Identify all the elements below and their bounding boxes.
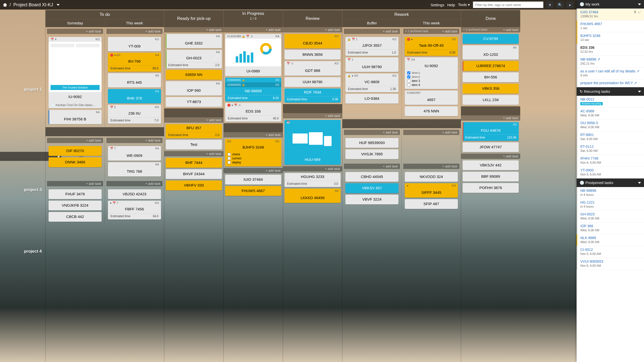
- sidebar-item[interactable]: IUIO 37464⏸ ✓12096.51 hrs: [577, 9, 644, 20]
- card[interactable]: LO-9384: [345, 94, 398, 104]
- card[interactable]: BNNN 3656: [285, 50, 341, 60]
- add-task[interactable]: + add task: [106, 181, 163, 186]
- sidebar-item[interactable]: GH-0023Wed, 6.00 AM: [577, 211, 644, 222]
- card[interactable]: 🔒 ● 2/5KOVC-9809Estimated time1.30: [345, 73, 398, 92]
- card[interactable]: KABHK 376: [108, 89, 161, 103]
- card[interactable]: NKVDDD 324: [405, 172, 458, 182]
- card[interactable]: CV-8799: [463, 34, 519, 44]
- expand-button[interactable]: ▸: [567, 2, 574, 8]
- card[interactable]: KOYT-009: [108, 37, 161, 51]
- add-task[interactable]: + add task: [283, 27, 342, 32]
- card[interactable]: 📅 7KAWE-0909: [108, 146, 161, 161]
- add-task[interactable]: + add task: [344, 130, 400, 135]
- card[interactable]: 📅 -1KOGDT 888: [285, 61, 341, 76]
- card[interactable]: KAGHE 3332: [166, 34, 222, 48]
- chevron-down-icon[interactable]: [57, 4, 60, 6]
- card[interactable]: #20668095 🔒DS#20668095 🔒DSNB-98898Estima…: [225, 78, 281, 101]
- sidebar-item[interactable]: NB-0012finished recurring: [577, 96, 644, 108]
- add-task[interactable]: + add task: [164, 27, 223, 32]
- card[interactable]: ASFGU 44878Estimated time120.36: [463, 122, 519, 141]
- add-task[interactable]: + add task: [344, 29, 400, 34]
- card[interactable]: 🔴 ●DSTask 89-Off-45Estimated time0.30: [405, 37, 458, 56]
- card[interactable]: VBVF 3224: [345, 195, 398, 204]
- sidebar-item[interactable]: NB-98898in 4 hours: [577, 187, 644, 199]
- add-task[interactable]: + add task: [461, 154, 520, 159]
- add-task[interactable]: + add task: [47, 181, 103, 186]
- card[interactable]: FHUWS 4667: [225, 186, 281, 196]
- card[interactable]: 🔒 📅 1KOJJFOI 3557Estimated time1.0: [345, 37, 398, 56]
- card[interactable]: UJRREE 278674: [463, 61, 519, 71]
- card[interactable]: IUIO 37464: [225, 175, 281, 185]
- card[interactable]: KAGH-0023Estimated time2.0: [166, 50, 222, 68]
- card[interactable]: #146419674657: [405, 90, 458, 105]
- card[interactable]: 🔴 ● 0/1KABV-766Estimated time90.0: [108, 53, 161, 72]
- card[interactable]: KAFIHI 38756 B: [49, 110, 102, 124]
- sidebar-item[interactable]: BJHFS 324813 sec: [577, 32, 644, 44]
- add-task[interactable]: + add task: [164, 151, 223, 156]
- card[interactable]: BFU 357Estimated time2.0: [166, 124, 222, 138]
- card[interactable]: ASRTS 445: [108, 73, 161, 87]
- sidebar-item[interactable]: ET-0112Sat, 6.00 AM: [577, 143, 644, 155]
- card[interactable]: LKLL 234: [463, 95, 519, 105]
- card[interactable]: SFIP 487: [405, 199, 458, 209]
- sidebar-item[interactable]: HG-1221in 4 hours: [577, 199, 644, 211]
- card[interactable]: 📅 1UUH 98790: [345, 57, 398, 72]
- card[interactable]: HUF 98539093: [345, 138, 398, 148]
- help-link[interactable]: Help: [447, 3, 455, 7]
- checklist-item[interactable]: [228, 153, 231, 156]
- card[interactable]: 📅 5KO236 IIUEstimated time7.0: [108, 105, 161, 124]
- sidebar-recurring-header[interactable]: ↻ Recurring tasks: [577, 87, 644, 96]
- add-task[interactable]: + 3 archived tasks+ add task: [461, 27, 520, 32]
- add-task[interactable]: + add task: [224, 27, 283, 32]
- settings-link[interactable]: Settings: [431, 3, 444, 7]
- card[interactable]: #13241980 🔒 📅 -1KAUI-0989: [225, 34, 281, 76]
- add-task[interactable]: + add task: [47, 138, 103, 143]
- card[interactable]: VBKSV 457: [345, 183, 398, 193]
- card[interactable]: VBHFV 333: [166, 180, 222, 190]
- sidebar-item[interactable]: CI-0012Nov 5, 6.00 AM: [577, 246, 644, 258]
- checklist-item[interactable]: [228, 157, 231, 160]
- checklist-item[interactable]: [407, 75, 410, 78]
- add-task[interactable]: + add task: [283, 113, 342, 118]
- add-task[interactable]: + add task: [164, 117, 223, 123]
- sidebar-item[interactable]: YT-0900Nov 6, 6.00 AM: [577, 167, 644, 178]
- card[interactable]: BHF 7444: [166, 158, 222, 168]
- card[interactable]: 📅HUU-989: [285, 120, 341, 165]
- card[interactable]: 📅 4KOThe Trusted SolutionIU-9092📄 Kanban…: [49, 37, 102, 108]
- card[interactable]: ASXD-1202: [463, 45, 519, 60]
- card[interactable]: 0/3DSBJHFS 3248checkcorrectdeploy: [225, 139, 281, 166]
- search-button[interactable]: 🔍: [556, 2, 564, 8]
- card[interactable]: JFOW 47747: [463, 142, 519, 152]
- card[interactable]: RDF 7634Estimated time0.36: [285, 88, 341, 103]
- checklist-item[interactable]: [407, 83, 410, 86]
- add-task[interactable]: + add task: [224, 168, 283, 173]
- add-task[interactable]: + add task: [344, 164, 400, 169]
- sidebar-item[interactable]: AC-8988Wed, 6.00 AM: [577, 108, 644, 119]
- sidebar-mywork-header[interactable]: 🕓 My work: [577, 0, 644, 9]
- sidebar-item[interactable]: EDS 33622.52 hrs: [577, 44, 644, 56]
- sidebar-postponed-header[interactable]: 🕗 Postponed tasks: [577, 178, 644, 187]
- card[interactable]: 63659 NN: [166, 70, 222, 80]
- sidebar-item[interactable]: prepare the presentation for WCY ↗: [577, 79, 644, 87]
- card[interactable]: VNDJKFB 3224: [49, 201, 102, 210]
- card[interactable]: YT-8873: [166, 97, 222, 107]
- card[interactable]: ASLKKKD 46456: [285, 189, 341, 203]
- card[interactable]: DNNK 3466: [49, 157, 102, 167]
- checklist-item[interactable]: [407, 71, 410, 74]
- sidebar-item[interactable]: NB-98898 ↗242.21 hrs: [577, 56, 644, 68]
- add-task[interactable]: + add task: [403, 130, 459, 135]
- card[interactable]: VBKS 356: [463, 84, 519, 94]
- sidebar-item[interactable]: IOP 366Wed, 6.00 AM: [577, 222, 644, 234]
- card[interactable]: UUH 98790: [285, 77, 341, 87]
- card[interactable]: VHSJK 7895: [345, 149, 398, 159]
- card[interactable]: BHVF 24344: [166, 169, 222, 179]
- search-input[interactable]: [473, 2, 543, 8]
- tools-link[interactable]: Tools ▾: [458, 3, 470, 7]
- card[interactable]: 🔴 ● 📅 -1EDS 336Estimated time40.0: [225, 103, 281, 122]
- sidebar-item[interactable]: RT-8801Sat, 6.00 AM: [577, 131, 644, 143]
- home-icon[interactable]: [3, 3, 7, 7]
- add-task[interactable]: + add task: [106, 29, 163, 34]
- sidebar-item[interactable]: OIJ 9958-3Wed, 6.00 AM: [577, 119, 644, 131]
- card[interactable]: KAIOP 990: [166, 81, 222, 96]
- add-task[interactable]: + add task: [461, 115, 520, 121]
